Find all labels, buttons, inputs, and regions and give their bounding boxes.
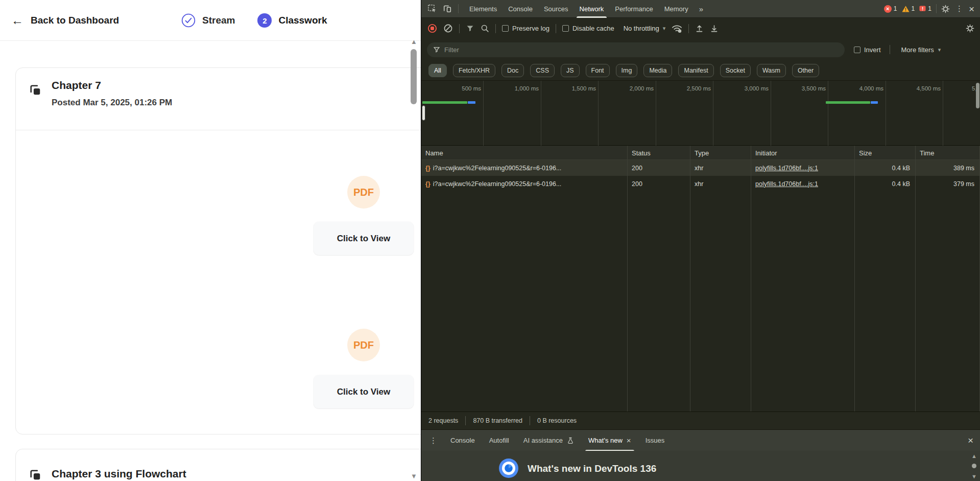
drawer-tab-console[interactable]: Console	[443, 430, 482, 451]
column-header-size[interactable]: Size	[855, 146, 916, 160]
drawer-close-icon[interactable]: ×	[968, 436, 980, 445]
scrollbar-thumb[interactable]	[411, 49, 417, 104]
inspect-element-icon[interactable]	[427, 4, 437, 13]
tick-label: 2,500 ms	[667, 85, 711, 91]
divider	[465, 416, 466, 425]
click-to-view-button-1[interactable]: Click to View	[314, 222, 414, 255]
gridline	[943, 81, 943, 146]
devtools-logo-icon	[498, 458, 519, 478]
tab-classwork[interactable]: 2 Classwork	[257, 13, 327, 28]
chevron-down-icon: ▾	[663, 25, 666, 32]
error-count-badge[interactable]: × 1	[884, 5, 897, 13]
drawer-kebab-menu-icon[interactable]: ⋮	[428, 436, 438, 445]
cell-size: 0.4 kB	[855, 160, 916, 176]
overview-drag-handle-left[interactable]	[422, 105, 425, 121]
gridline	[828, 81, 828, 146]
chip-font[interactable]: Font	[586, 64, 610, 77]
column-header-time[interactable]: Time	[916, 146, 980, 160]
network-settings-gear-icon[interactable]	[966, 24, 974, 33]
tab-close-icon[interactable]: ×	[627, 436, 631, 445]
request-row-2[interactable]: { } i?a=cwjkwc%2Felearning090525&r=6-019…	[421, 176, 980, 192]
network-overview-timeline[interactable]: 500 ms 1,000 ms 1,500 ms 2,000 ms 2,500 …	[421, 81, 980, 146]
devtools-tab-sources[interactable]: Sources	[538, 0, 574, 18]
devtools-tab-performance[interactable]: Performance	[609, 0, 658, 18]
issues-count-badge[interactable]: 1	[919, 5, 931, 12]
chip-wasm[interactable]: Wasm	[757, 64, 786, 77]
scrollbar-thumb[interactable]	[972, 464, 976, 468]
network-conditions-icon[interactable]	[672, 24, 682, 33]
back-arrow-icon: ←	[11, 14, 23, 27]
resources-size: 0 B resources	[537, 417, 577, 424]
preserve-log-checkbox[interactable]: Preserve log	[502, 25, 549, 32]
chip-socket[interactable]: Socket	[720, 64, 751, 77]
tick-label: 500 ms	[437, 85, 481, 91]
column-header-status[interactable]: Status	[628, 146, 690, 160]
scroll-down-arrow[interactable]: ▼	[411, 472, 417, 480]
chip-js[interactable]: JS	[561, 64, 580, 77]
devtools-tab-memory[interactable]: Memory	[659, 0, 694, 18]
more-filters-dropdown[interactable]: More filters ▾	[901, 46, 941, 54]
device-toolbar-icon[interactable]	[443, 4, 452, 13]
scroll-up-arrow[interactable]: ▲	[971, 453, 977, 459]
chip-other[interactable]: Other	[792, 64, 819, 77]
devtools-close-icon[interactable]: ×	[969, 4, 974, 14]
checkbox[interactable]	[502, 25, 509, 32]
gridline	[713, 81, 713, 146]
more-tabs-icon[interactable]: »	[694, 5, 708, 13]
kebab-menu-icon[interactable]: ⋮	[954, 4, 964, 13]
export-har-icon[interactable]	[710, 24, 719, 33]
gridline	[771, 81, 771, 146]
drawer-tab-issues[interactable]: Issues	[638, 430, 672, 451]
request-row-1[interactable]: { } i?a=cwjkwc%2Felearning090525&r=6-019…	[421, 160, 980, 176]
search-icon[interactable]	[481, 24, 489, 33]
initiator-link[interactable]: polyfills.1d706bf....js:1	[755, 165, 818, 172]
tick-label: 3,500 ms	[782, 85, 826, 91]
tick-label: 4,500 ms	[897, 85, 941, 91]
chip-css[interactable]: CSS	[530, 64, 555, 77]
column-header-type[interactable]: Type	[690, 146, 751, 160]
waterfall-bar-green	[826, 101, 870, 104]
drawer-tab-ai-assistance[interactable]: AI assistance	[516, 430, 581, 451]
record-network-log-icon[interactable]	[427, 24, 437, 33]
chip-manifest[interactable]: Manifest	[678, 64, 713, 77]
scroll-down-arrow[interactable]: ▼	[971, 473, 977, 479]
tab-stream[interactable]: Stream	[181, 13, 235, 28]
import-har-icon[interactable]	[695, 24, 704, 33]
drawer-tab-autofill[interactable]: Autofill	[482, 430, 516, 451]
devtools-tab-console[interactable]: Console	[503, 0, 538, 18]
clear-network-log-icon[interactable]	[443, 24, 453, 33]
filter-funnel-icon[interactable]	[466, 24, 474, 33]
chip-media[interactable]: Media	[643, 64, 672, 77]
filter-input-pill[interactable]	[427, 42, 845, 57]
devtools-tab-elements[interactable]: Elements	[464, 0, 503, 18]
scroll-up-arrow[interactable]: ▲	[411, 38, 417, 45]
click-to-view-button-2[interactable]: Click to View	[314, 375, 414, 408]
column-header-initiator[interactable]: Initiator	[751, 146, 855, 160]
cell-initiator: polyfills.1d706bf....js:1	[751, 176, 855, 192]
app-scrollbar[interactable]: ▲ ▼	[409, 36, 421, 481]
back-to-dashboard-button[interactable]: ← Back to Dashboard	[11, 14, 119, 27]
app-header: ← Back to Dashboard Stream 2 Classwork	[0, 0, 421, 41]
drawer-scrollbar[interactable]: ▲ ▼	[970, 452, 978, 480]
invert-checkbox[interactable]: Invert	[854, 46, 881, 54]
settings-gear-icon[interactable]	[941, 5, 950, 13]
chip-fetch-xhr[interactable]: Fetch/XHR	[453, 64, 495, 77]
throttling-dropdown[interactable]: No throttling ▾	[624, 25, 666, 32]
checkbox[interactable]	[562, 25, 569, 32]
chip-all[interactable]: All	[428, 64, 447, 77]
initiator-link[interactable]: polyfills.1d706bf....js:1	[755, 180, 818, 188]
disable-cache-checkbox[interactable]: Disable cache	[562, 25, 614, 32]
requests-count: 2 requests	[428, 417, 458, 424]
drawer-tab-whats-new[interactable]: What's new ×	[581, 430, 638, 451]
warning-count-badge[interactable]: 1	[902, 5, 915, 12]
chip-img[interactable]: Img	[616, 64, 638, 77]
filter-input[interactable]	[444, 46, 839, 54]
chip-doc[interactable]: Doc	[501, 64, 524, 77]
request-type-filters: All Fetch/XHR Doc CSS JS Font Img Media …	[421, 60, 980, 81]
xhr-braces-icon: { }	[425, 165, 430, 172]
checkbox[interactable]	[854, 47, 861, 53]
overview-scroll-handle[interactable]	[976, 83, 979, 108]
devtools-tab-network[interactable]: Network	[574, 0, 610, 18]
filter-row: Invert More filters ▾	[421, 39, 980, 60]
column-header-name[interactable]: Name	[421, 146, 628, 160]
